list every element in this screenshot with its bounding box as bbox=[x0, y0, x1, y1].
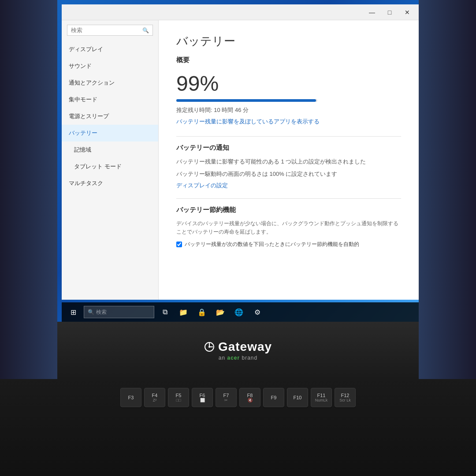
battery-percent: 99% bbox=[176, 71, 401, 96]
taskbar-search-icon: 🔍 bbox=[88, 309, 94, 315]
minimize-button[interactable]: — bbox=[364, 6, 380, 19]
window-titlebar: — □ ✕ bbox=[62, 4, 419, 20]
key-f4-sub: Z² bbox=[153, 398, 157, 402]
notification-title: バッテリーの通知 bbox=[176, 144, 401, 152]
saver-checkbox-row[interactable]: バッテリー残量が次の数値を下回ったときにバッテリー節約機能を自動的 bbox=[176, 241, 401, 248]
task-view-button[interactable]: ⧉ bbox=[157, 304, 173, 320]
search-icon: 🔍 bbox=[142, 27, 149, 33]
key-f7-label: F7 bbox=[223, 393, 229, 398]
key-f9[interactable]: F9 bbox=[263, 388, 284, 407]
key-f5-label: F5 bbox=[176, 393, 182, 398]
key-f11[interactable]: F11 NumLk bbox=[311, 388, 332, 407]
key-f12[interactable]: F12 Scr Lk bbox=[335, 388, 356, 407]
sidebar-item-power[interactable]: 電源とスリープ bbox=[62, 108, 158, 125]
saver-text: デバイスのバッテリー残量が少ない場合に、バックグラウンド動作とプッシュ通知を制限… bbox=[176, 219, 401, 236]
sidebar-item-multitask[interactable]: マルチタスク bbox=[62, 175, 158, 192]
sidebar-item-sound[interactable]: サウンド bbox=[62, 58, 158, 74]
laptop-lower-bezel: Gateway an acer brand bbox=[57, 322, 419, 379]
saver-checkbox-label: バッテリー残量が次の数値を下回ったときにバッテリー節約機能を自動的 bbox=[185, 241, 359, 248]
left-bezel bbox=[0, 0, 57, 379]
key-f3-label: F3 bbox=[128, 395, 134, 400]
key-f12-label: F12 bbox=[341, 393, 350, 398]
sidebar-item-tablet[interactable]: タブレット モード bbox=[62, 158, 158, 175]
key-f11-sub: NumLk bbox=[315, 398, 328, 402]
battery-progress-fill bbox=[176, 99, 316, 102]
gateway-logo-icon bbox=[204, 342, 215, 352]
key-f4-label: F4 bbox=[152, 393, 158, 398]
acer-sub-suffix: brand bbox=[242, 355, 258, 361]
key-f10[interactable]: F10 bbox=[287, 388, 308, 407]
window-body: 🔍 ディスプレイ サウンド 通知とアクション 集中モード 電源とスリープ バッテ… bbox=[62, 20, 419, 300]
notification-text-1: バッテリー残量に影響する可能性のある 1 つ以上の設定が検出されました bbox=[176, 157, 401, 166]
acer-brand-label: an acer brand bbox=[219, 355, 257, 361]
key-f3[interactable]: F3 bbox=[120, 388, 141, 407]
close-button[interactable]: ✕ bbox=[399, 6, 415, 19]
notification-content: バッテリー残量に影響する可能性のある 1 つ以上の設定が検出されました バッテリ… bbox=[176, 157, 401, 190]
key-f10-label: F10 bbox=[294, 395, 302, 400]
key-f12-sub: Scr Lk bbox=[339, 398, 351, 402]
main-content: バッテリー 概要 99% 推定残り時間: 10 時間 46 分 バッテリー残量に… bbox=[159, 20, 419, 300]
sidebar-item-battery[interactable]: バッテリー bbox=[62, 125, 158, 141]
acer-name: acer bbox=[227, 355, 240, 361]
file-explorer-button[interactable]: 📁 bbox=[175, 304, 191, 320]
key-f7-sub: ✂ bbox=[224, 398, 228, 402]
search-box[interactable]: 🔍 bbox=[67, 25, 153, 36]
divider-2 bbox=[176, 198, 401, 199]
folder-icon-taskbar[interactable]: 📂 bbox=[212, 304, 228, 320]
start-button[interactable]: ⊞ bbox=[65, 304, 81, 320]
key-f7[interactable]: F7 ✂ bbox=[216, 388, 237, 407]
window-controls: — □ ✕ bbox=[364, 6, 415, 19]
notification-text-2: バッテリー駆動時の画面の明るさは 100% に設定されています bbox=[176, 170, 401, 178]
key-f11-label: F11 bbox=[317, 393, 326, 398]
settings-window: — □ ✕ 🔍 ディスプレイ サウンド 通知とアクション 集中モード 電源とスリ… bbox=[62, 4, 419, 300]
right-bezel bbox=[419, 0, 476, 379]
key-f8-sub: 🔇 bbox=[248, 398, 253, 402]
key-f6-label: F6 bbox=[200, 393, 205, 398]
display-settings-link[interactable]: ディスプレイの設定 bbox=[176, 182, 401, 190]
brand-name: Gateway bbox=[218, 340, 272, 354]
divider-1 bbox=[176, 136, 401, 137]
key-f8-label: F8 bbox=[247, 393, 253, 398]
gateway-logo: Gateway bbox=[204, 340, 272, 354]
lock-icon-taskbar[interactable]: 🔒 bbox=[194, 304, 210, 320]
chrome-icon-taskbar[interactable]: 🌐 bbox=[231, 304, 247, 320]
sidebar-item-notifications[interactable]: 通知とアクション bbox=[62, 74, 158, 91]
saver-title: バッテリー節約機能 bbox=[176, 206, 401, 214]
taskbar: ⊞ 🔍 検索 ⧉ 📁 🔒 📂 🌐 ⚙ bbox=[62, 302, 419, 322]
screen: — □ ✕ 🔍 ディスプレイ サウンド 通知とアクション 集中モード 電源とスリ… bbox=[57, 0, 419, 322]
page-title: バッテリー bbox=[176, 33, 401, 49]
key-f4[interactable]: F4 Z² bbox=[144, 388, 165, 407]
key-f5[interactable]: F5 □□ bbox=[168, 388, 189, 407]
maximize-button[interactable]: □ bbox=[382, 6, 398, 19]
taskbar-search[interactable]: 🔍 検索 bbox=[84, 306, 154, 318]
sidebar-item-display[interactable]: ディスプレイ bbox=[62, 41, 158, 58]
svg-point-1 bbox=[208, 346, 210, 348]
sidebar-item-focus[interactable]: 集中モード bbox=[62, 91, 158, 108]
sidebar-item-storage[interactable]: 記憶域 bbox=[62, 141, 158, 158]
apps-link[interactable]: バッテリー残量に影響を及ぼしているアプリを表示する bbox=[176, 118, 401, 126]
battery-progress-bar bbox=[176, 99, 317, 102]
time-remaining: 推定残り時間: 10 時間 46 分 bbox=[176, 106, 401, 114]
overview-label: 概要 bbox=[176, 56, 401, 64]
keyboard: F3 F4 Z² F5 □□ F6 ⬜ F7 ✂ F8 🔇 F9 F10 F11… bbox=[0, 379, 476, 476]
key-f8[interactable]: F8 🔇 bbox=[239, 388, 260, 407]
key-f6[interactable]: F6 ⬜ bbox=[192, 388, 213, 407]
search-input[interactable] bbox=[71, 27, 142, 33]
settings-icon-taskbar[interactable]: ⚙ bbox=[249, 304, 265, 320]
acer-sub-prefix: an bbox=[219, 355, 225, 361]
saver-checkbox[interactable] bbox=[176, 242, 182, 247]
key-f5-sub: □□ bbox=[176, 398, 181, 402]
key-f9-label: F9 bbox=[271, 395, 277, 400]
key-f6-sub: ⬜ bbox=[200, 398, 205, 402]
settings-sidebar: 🔍 ディスプレイ サウンド 通知とアクション 集中モード 電源とスリープ バッテ… bbox=[62, 20, 159, 300]
taskbar-search-text: 検索 bbox=[96, 309, 107, 316]
